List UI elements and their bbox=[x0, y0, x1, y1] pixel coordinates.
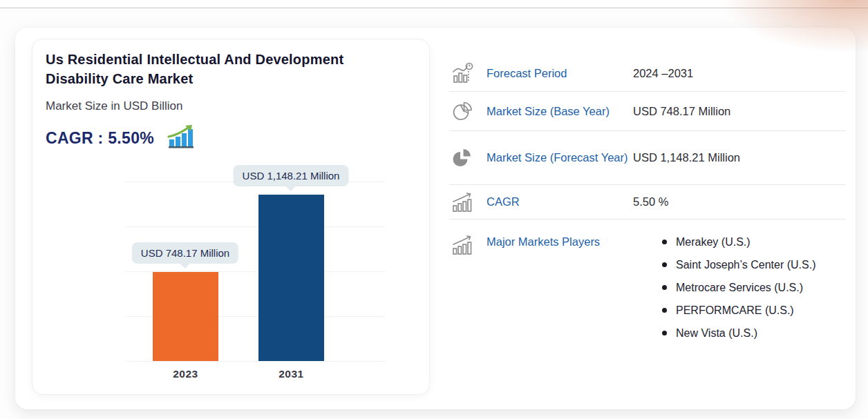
row-label: CAGR bbox=[487, 193, 633, 211]
chart-subtitle: Market Size in USD Billion bbox=[46, 99, 429, 113]
market-report-card: Us Residential Intellectual And Developm… bbox=[15, 28, 856, 409]
row-market-size-base: Market Size (Base Year) USD 748.17 Milli… bbox=[449, 92, 846, 131]
row-market-size-forecast: Market Size (Forecast Year) USD 1,148.21… bbox=[449, 131, 846, 185]
gridline bbox=[125, 226, 385, 227]
x-axis-label-2031: 2031 bbox=[258, 368, 324, 380]
pie-filled-icon bbox=[449, 146, 475, 170]
players-list: Merakey (U.S.) Saint Joseph’s Center (U.… bbox=[633, 233, 815, 347]
data-label-2031: USD 1,148.21 Million bbox=[234, 165, 349, 186]
data-label-2023: USD 748.17 Million bbox=[132, 242, 238, 264]
row-value: 2024 –2031 bbox=[633, 67, 693, 80]
pie-outline-icon bbox=[449, 99, 475, 123]
bar-chart: USD 748.17 Million USD 1,148.21 Million … bbox=[32, 134, 429, 362]
player-item: Metrocare Services (U.S.) bbox=[633, 279, 815, 296]
page-title: Us Residential Intellectual And Developm… bbox=[46, 50, 386, 88]
player-item: Saint Joseph’s Center (U.S.) bbox=[633, 256, 815, 273]
row-label: Market Size (Forecast Year) bbox=[487, 149, 633, 166]
player-item: PERFORMCARE (U.S.) bbox=[633, 302, 815, 319]
row-forecast-period: Forecast Period 2024 –2031 bbox=[449, 55, 846, 92]
chart-card: Us Residential Intellectual And Developm… bbox=[32, 39, 430, 395]
row-label: Major Markets Players bbox=[487, 233, 633, 251]
growth-bars-icon bbox=[449, 191, 475, 214]
row-value: 5.50 % bbox=[633, 195, 668, 208]
bar-2023 bbox=[153, 272, 218, 361]
details-panel: Forecast Period 2024 –2031 Market Size (… bbox=[449, 55, 846, 347]
row-value: USD 1,148.21 Million bbox=[633, 151, 740, 164]
row-major-players: Major Markets Players Merakey (U.S.) Sai… bbox=[449, 220, 846, 347]
x-axis-label-2023: 2023 bbox=[153, 368, 218, 380]
player-item: New Vista (U.S.) bbox=[633, 324, 815, 342]
row-label: Forecast Period bbox=[487, 65, 633, 82]
gridline bbox=[125, 361, 385, 362]
bar-2031 bbox=[258, 195, 324, 361]
player-item: Merakey (U.S.) bbox=[633, 233, 815, 251]
row-label: Market Size (Base Year) bbox=[487, 103, 633, 120]
forecast-chart-icon bbox=[449, 61, 475, 85]
row-cagr: CAGR 5.50 % bbox=[449, 185, 846, 220]
growth-bars-icon bbox=[449, 233, 475, 257]
row-value: USD 748.17 Million bbox=[633, 105, 730, 118]
top-divider-bar bbox=[0, 0, 868, 8]
